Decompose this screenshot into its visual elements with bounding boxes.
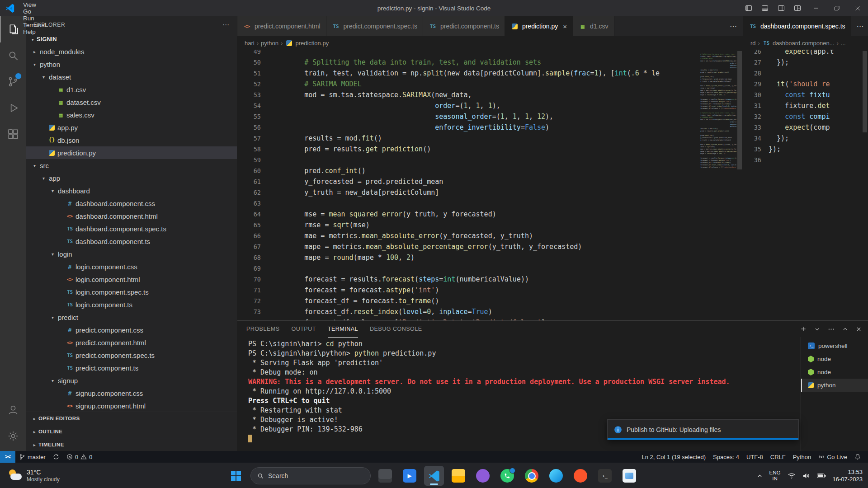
minimize-button[interactable] (806, 0, 826, 16)
code-line[interactable]: 34 }); (743, 133, 834, 144)
code-line[interactable]: 30 const fixtu (743, 89, 834, 100)
status-go-live[interactable]: Go Live (815, 451, 851, 463)
taskbar-app-whatsapp[interactable] (497, 466, 517, 486)
code-line[interactable]: 28 (743, 68, 834, 79)
activity-accounts[interactable] (0, 397, 26, 423)
terminal-instance-python[interactable]: python (801, 379, 868, 392)
taskbar-app-brave[interactable] (571, 466, 590, 486)
editor-tab-predict.component.spec.ts[interactable]: TSpredict.component.spec.ts (326, 16, 423, 36)
menu-help[interactable]: Help (19, 28, 52, 35)
start-button[interactable] (226, 466, 246, 486)
code-line[interactable]: 53 mod = sm.tsa.statespace.SARIMAX(new_d… (237, 89, 660, 100)
notifications-bell-icon[interactable] (851, 451, 864, 463)
code-line[interactable]: 33 expect(comp (743, 122, 834, 133)
status-encoding[interactable]: UTF-8 (743, 451, 767, 463)
tree-item-sales.csv[interactable]: ▦sales.csv (26, 108, 237, 121)
tree-item-dashboard.component.html[interactable]: <>dashboard.component.html (26, 210, 237, 222)
tree-item-signup.component.html[interactable]: <>signup.component.html (26, 399, 237, 412)
restore-button[interactable] (826, 0, 847, 16)
code-line[interactable]: 60 pred.conf_int() (237, 165, 660, 176)
code-line[interactable]: 66 mae = metrics.mean_absolute_error(y_f… (237, 230, 660, 241)
tree-item-src[interactable]: ▾src (26, 159, 237, 172)
code-line[interactable]: 62 y_truth = new_data[predictColumn] (237, 187, 660, 198)
panel-plus-icon[interactable] (800, 326, 807, 332)
panel-tab-terminal[interactable]: TERMINAL (328, 321, 358, 338)
code-line[interactable]: 56 enforce_invertibility=False) (237, 122, 660, 133)
panel-ellipsis-icon[interactable] (828, 326, 835, 333)
menu-go[interactable]: Go (19, 8, 52, 15)
customize-layout-icon[interactable] (789, 0, 806, 16)
remote-indicator[interactable]: >< (0, 451, 15, 463)
tree-item-dashboard.component.spec.ts[interactable]: TSdashboard.component.spec.ts (26, 222, 237, 235)
breadcrumb-item[interactable]: ... (841, 40, 846, 47)
tree-item-login.component.spec.ts[interactable]: TSlogin.component.spec.ts (26, 286, 237, 298)
scrollbar-thumb[interactable] (737, 51, 742, 169)
tree-item-predict.component.css[interactable]: #predict.component.css (26, 324, 237, 336)
taskbar-app-vscode[interactable] (424, 466, 444, 486)
code-line[interactable]: 63 (237, 198, 660, 209)
code-line[interactable]: 31 fixture.det (743, 100, 834, 111)
status-eol[interactable]: CRLF (767, 451, 789, 463)
sidebar-section-timeline[interactable]: ▸TIMELINE (26, 438, 237, 451)
taskbar-app-media-player[interactable]: ▶ (400, 466, 420, 486)
code-line[interactable]: 72 forecast_df = forecast.to_frame() (237, 296, 660, 306)
toggle-sidebar-icon[interactable] (741, 0, 757, 16)
code-line[interactable]: 65 rmse = sqrt(mse) (237, 220, 660, 230)
close-tab-icon[interactable]: × (563, 23, 567, 30)
editor-2-scrollbar[interactable] (862, 50, 868, 320)
code-line[interactable]: 70 forecast = results.forecast(steps=int… (237, 274, 660, 285)
toggle-secondary-sidebar-icon[interactable] (773, 0, 789, 16)
code-line[interactable]: 64 mse = mean_squared_error(y_truth, y_f… (237, 209, 660, 220)
sync-button[interactable] (49, 451, 63, 463)
sidebar-actions-icon[interactable]: ⋯ (222, 21, 230, 29)
tree-item-signup[interactable]: ▾signup (26, 374, 237, 387)
problems-status[interactable]: 0 0 (63, 451, 96, 463)
code-line[interactable]: 71 forecast = forecast.astype('int') (237, 285, 660, 296)
panel-chevron-up-icon[interactable] (842, 326, 848, 332)
taskbar-app-edge[interactable] (546, 466, 566, 486)
code-line[interactable]: 32 const compi (743, 111, 834, 122)
taskbar-app-chrome[interactable] (522, 466, 542, 486)
code-line[interactable]: 29 it('should re (743, 79, 834, 89)
status-language-mode[interactable]: Python (789, 451, 815, 463)
git-branch-status[interactable]: master (15, 451, 49, 463)
tree-item-login[interactable]: ▾login (26, 248, 237, 260)
hidden-icons-chevron-icon[interactable] (757, 473, 763, 479)
toggle-panel-icon[interactable] (757, 0, 773, 16)
code-line[interactable]: 51 train, test, validation = np.split(ne… (237, 68, 660, 79)
breadcrumb-item[interactable]: TSdashboard.componen... (762, 40, 835, 47)
minimap[interactable]: # Splitting the data into train, test, a… (693, 50, 736, 320)
code-line[interactable]: 59 (237, 155, 660, 165)
tree-item-login.component.ts[interactable]: TSlogin.component.ts (26, 298, 237, 311)
code-line[interactable]: 54 order=(1, 1, 1), (237, 100, 660, 111)
code-line[interactable]: 61 y_forecasted = pred.predicted_mean (237, 176, 660, 187)
panel-tab-debug-console[interactable]: DEBUG CONSOLE (370, 321, 422, 338)
code-line[interactable]: 69 (237, 263, 660, 274)
code-line[interactable]: 49 (237, 50, 660, 57)
terminal-instance-powershell[interactable]: ›_powershell (801, 339, 868, 352)
sidebar-section-open-editors[interactable]: ▸OPEN EDITORS (26, 412, 237, 425)
activity-extensions[interactable] (0, 121, 26, 147)
editor-tab-dashboard.component.spec.ts[interactable]: TSdashboard.component.spec.ts (743, 16, 851, 36)
code-editor[interactable]: 4950 # Splitting the data into train, te… (237, 50, 743, 320)
editor-actions-icon[interactable]: ⋯ (851, 16, 868, 36)
code-line[interactable]: 52 # SARIMA MODEL (237, 79, 660, 89)
sidebar-section-outline[interactable]: ▸OUTLINE (26, 425, 237, 438)
project-root-row[interactable]: ▾ SIGNIN (26, 33, 237, 45)
tree-item-db.json[interactable]: {}db.json (26, 134, 237, 146)
tree-item-login.component.html[interactable]: <>login.component.html (26, 273, 237, 286)
code-line[interactable]: 36 (743, 155, 834, 165)
code-line[interactable]: 67 mape = metrics.mean_absolute_percenta… (237, 241, 660, 252)
activity-manage[interactable] (0, 423, 26, 449)
tree-item-app.py[interactable]: app.py (26, 121, 237, 134)
tree-item-dashboard.component.css[interactable]: #dashboard.component.css (26, 197, 237, 210)
weather-widget[interactable]: 31°C Mostly cloudy (5, 463, 63, 488)
tree-item-dataset.csv[interactable]: ▦dataset.csv (26, 96, 237, 108)
menu-run[interactable]: Run (19, 15, 52, 22)
language-indicator[interactable]: ENG IN (769, 470, 781, 482)
close-window-button[interactable] (847, 0, 868, 16)
tree-item-predict.component.html[interactable]: <>predict.component.html (26, 336, 237, 349)
editor-tab-d1.csv[interactable]: ▦d1.csv (573, 16, 614, 36)
breadcrumb-item[interactable]: python (261, 40, 278, 47)
panel-chevron-down-icon[interactable] (814, 326, 820, 332)
